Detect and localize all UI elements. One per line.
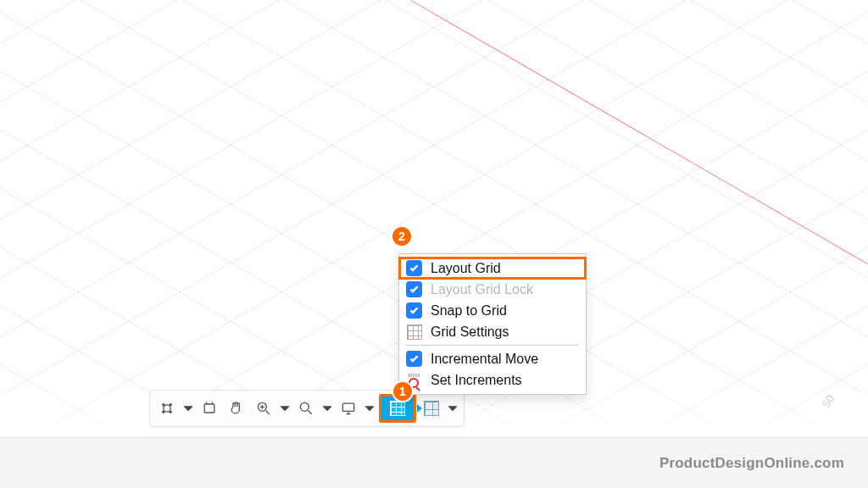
navigation-bar — [149, 390, 465, 427]
grid-settings-popup: Layout Grid Layout Grid Lock Snap to Gri… — [398, 253, 587, 395]
orbit-dropdown-caret[interactable] — [182, 396, 194, 420]
zoom-dropdown-caret[interactable] — [279, 396, 291, 420]
zoom-button[interactable] — [252, 396, 275, 420]
viewports-button[interactable] — [420, 396, 443, 420]
callout-badge-1: 1 — [393, 382, 412, 401]
svg-point-0 — [164, 405, 170, 412]
svg-point-4 — [170, 411, 171, 413]
checkbox-checked-icon — [406, 260, 422, 276]
checkbox-checked-icon — [406, 302, 422, 319]
grid-icon — [390, 401, 405, 416]
pan-button[interactable] — [225, 396, 248, 420]
menu-item-set-increments[interactable]: ııııı Set Increments — [399, 369, 586, 391]
svg-rect-8 — [342, 403, 353, 411]
menu-item-label: Grid Settings — [431, 324, 509, 340]
menu-item-layout-grid[interactable]: Layout Grid — [399, 258, 586, 279]
callout-badge-2: 2 — [392, 227, 411, 246]
checkbox-checked-icon — [406, 351, 422, 367]
menu-item-label: Layout Grid Lock — [431, 282, 533, 297]
svg-point-3 — [163, 411, 164, 413]
viewport-icon — [424, 401, 439, 416]
menu-item-label: Layout Grid — [431, 261, 501, 276]
fit-dropdown-caret[interactable] — [321, 396, 333, 420]
menu-item-incremental-move[interactable]: Incremental Move — [399, 348, 586, 369]
footer: ProductDesignOnline.com — [0, 437, 868, 488]
menu-item-label: Incremental Move — [431, 352, 538, 367]
menu-item-snap-to-grid[interactable]: Snap to Grid — [399, 300, 586, 321]
menu-separator — [406, 345, 579, 346]
svg-point-1 — [163, 404, 164, 406]
menu-item-grid-settings[interactable]: Grid Settings — [399, 321, 586, 342]
svg-point-7 — [300, 402, 309, 411]
svg-point-2 — [170, 404, 171, 406]
checkbox-checked-icon — [406, 281, 422, 297]
menu-item-label: Set Increments — [431, 373, 522, 388]
display-settings-button[interactable] — [337, 396, 360, 420]
menu-item-layout-grid-lock: Layout Grid Lock — [399, 279, 586, 300]
menu-item-label: Snap to Grid — [431, 303, 507, 319]
display-dropdown-caret[interactable] — [364, 396, 376, 420]
look-at-button[interactable] — [198, 396, 221, 420]
svg-rect-5 — [204, 404, 214, 413]
fit-button[interactable] — [294, 396, 318, 420]
viewports-dropdown-caret[interactable] — [447, 396, 459, 420]
orbit-button[interactable] — [155, 396, 179, 420]
grid-icon — [406, 324, 422, 340]
footer-credit: ProductDesignOnline.com — [659, 455, 844, 472]
